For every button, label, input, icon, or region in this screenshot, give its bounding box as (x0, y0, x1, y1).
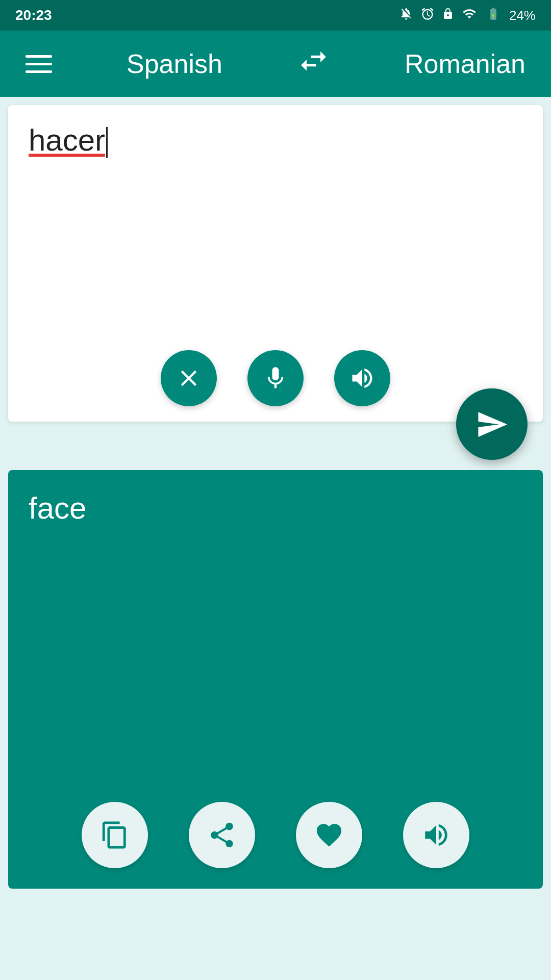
swap-languages-button[interactable] (297, 44, 330, 84)
speak-source-button[interactable] (334, 350, 390, 406)
status-bar: 20:23 (0, 0, 551, 31)
app-header: Spanish Romanian (0, 31, 551, 97)
microphone-icon (262, 365, 289, 391)
output-text-display: face (29, 491, 522, 526)
text-cursor (106, 127, 108, 158)
input-controls (29, 350, 522, 406)
lock-icon (442, 7, 454, 24)
alarm-icon (420, 7, 435, 24)
main-content: hacer (0, 105, 551, 889)
translate-button[interactable] (456, 388, 528, 460)
speak-translation-button[interactable] (403, 802, 469, 868)
share-button[interactable] (189, 802, 255, 868)
bell-off-icon (399, 7, 413, 24)
output-section: face (8, 470, 543, 889)
favorite-button[interactable] (296, 802, 362, 868)
status-icons: 24% (399, 7, 536, 24)
menu-button[interactable] (26, 55, 52, 73)
microphone-button[interactable] (247, 350, 304, 406)
status-time: 20:23 (15, 7, 52, 23)
target-language-label[interactable]: Romanian (405, 48, 525, 79)
source-language-label[interactable]: Spanish (127, 48, 222, 79)
volume-up-icon (421, 820, 451, 850)
volume-icon (349, 365, 375, 391)
signal-icon (461, 7, 478, 24)
close-icon (176, 365, 202, 391)
battery-icon (485, 7, 502, 24)
input-word: hacer (29, 123, 105, 157)
copy-button[interactable] (82, 802, 148, 868)
input-section[interactable]: hacer (8, 105, 543, 422)
clear-button[interactable] (161, 350, 217, 406)
battery-percent: 24% (509, 8, 536, 23)
share-icon (207, 820, 237, 850)
copy-icon (100, 820, 130, 850)
output-controls (29, 802, 522, 868)
heart-icon (314, 820, 344, 850)
input-text-display[interactable]: hacer (29, 120, 522, 340)
send-icon (475, 408, 509, 441)
